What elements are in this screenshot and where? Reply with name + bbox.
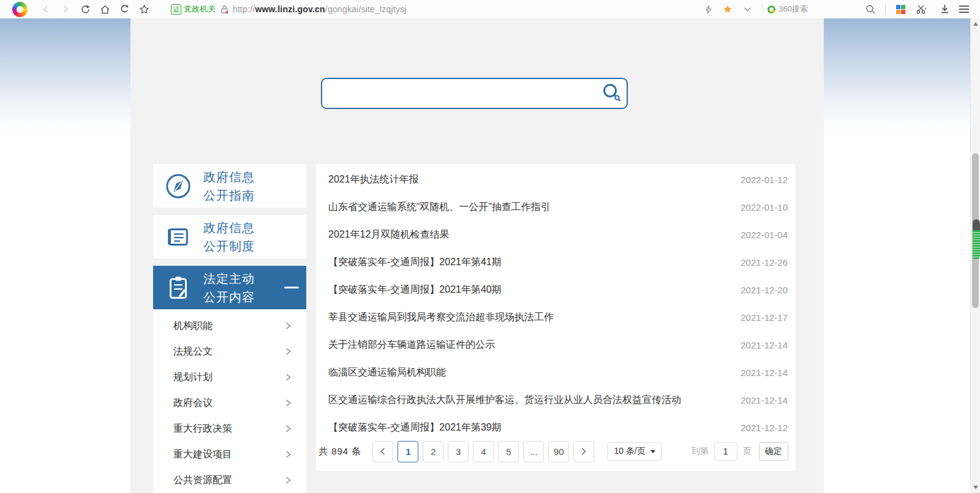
- browser-logo-icon[interactable]: [12, 2, 28, 17]
- article-title[interactable]: 关于注销部分车辆道路运输证件的公示: [328, 339, 728, 352]
- page-number-button[interactable]: 4: [473, 441, 494, 462]
- address-bar[interactable]: 证 党政机关 http://www.linzi.gov.cn/gongkai/s…: [171, 4, 407, 15]
- submenu-item-label: 法规公文: [173, 345, 213, 358]
- article-date: 2022-01-12: [741, 175, 788, 185]
- article-title[interactable]: 【突破落实年-交通周报】2021年第39期: [328, 421, 728, 434]
- site-search-box: [321, 78, 628, 109]
- page-number-button[interactable]: 90: [548, 441, 569, 462]
- article-date: 2021-12-26: [741, 257, 788, 268]
- page-number-button[interactable]: 3: [448, 441, 469, 462]
- article-row[interactable]: 【突破落实年-交通周报】2021年第39期 2021-12-12: [316, 414, 796, 442]
- scrollbar-green-grip[interactable]: [973, 219, 980, 260]
- goto-page-group: 到第 页 确定: [692, 442, 788, 461]
- favorite-star-icon[interactable]: [718, 1, 737, 17]
- article-title[interactable]: 2021年12月双随机检查结果: [328, 228, 728, 241]
- menu-hamburger-icon[interactable]: [954, 1, 974, 17]
- site-search-button[interactable]: [598, 79, 627, 108]
- page-number-button[interactable]: 2: [423, 441, 443, 462]
- article-row[interactable]: 2021年执法统计年报 2022-01-12: [316, 166, 796, 194]
- submenu-item[interactable]: 机构职能: [153, 313, 306, 339]
- chevron-down-icon[interactable]: [737, 1, 757, 17]
- sidebar-card-guide[interactable]: 政府信息 公开指南: [153, 164, 306, 208]
- undo-button[interactable]: [115, 1, 134, 17]
- download-icon[interactable]: [935, 1, 954, 17]
- chevron-right-icon: [285, 374, 292, 381]
- toolbar-divider: [885, 4, 886, 15]
- chevron-right-icon: [581, 448, 587, 455]
- page-number-button[interactable]: 1: [398, 441, 418, 462]
- sidebar-card-label: 政府信息 公开制度: [203, 219, 255, 255]
- toolbar-search-icon[interactable]: [861, 1, 880, 17]
- article-title[interactable]: 【突破落实年-交通周报】2021年第41期: [328, 256, 728, 269]
- article-title[interactable]: 【突破落实年-交通周报】2021年第40期: [328, 284, 728, 296]
- article-title[interactable]: 区交通运输综合行政执法大队开展维护客运、货运行业从业人员合法权益宣传活动: [328, 394, 728, 407]
- page-scrollbar[interactable]: [970, 18, 980, 493]
- screenshot-scissors-icon[interactable]: [910, 1, 935, 17]
- submenu-item[interactable]: 政府会议: [153, 390, 306, 416]
- submenu-item[interactable]: 重大建设项目: [153, 442, 306, 467]
- goto-prefix-label: 到第: [692, 446, 709, 457]
- article-date: 2021-12-14: [741, 367, 788, 378]
- article-row[interactable]: 【突破落实年-交通周报】2021年第41期 2021-12-26: [316, 249, 796, 276]
- article-row[interactable]: 2021年12月双随机检查结果 2022-01-04: [316, 221, 796, 249]
- total-count-label: 共 894 条: [318, 446, 361, 457]
- home-button[interactable]: [95, 1, 115, 17]
- back-button[interactable]: [36, 1, 56, 17]
- pagination-bar: 共 894 条 1: [316, 440, 796, 462]
- toolbar-divider: [762, 4, 763, 15]
- article-row[interactable]: 区交通运输综合行政执法大队开展维护客运、货运行业从业人员合法权益宣传活动 202…: [316, 386, 796, 414]
- submenu-item[interactable]: 规划计划: [153, 364, 306, 390]
- submenu-item-label: 重大行政决策: [173, 423, 232, 435]
- site-search-input[interactable]: [322, 79, 598, 108]
- prev-page-button[interactable]: [372, 441, 393, 462]
- site-category-label: 党政机关: [184, 4, 216, 15]
- article-title[interactable]: 莘县交通运输局到我局考察交流治超非现场执法工作: [328, 311, 728, 324]
- article-row[interactable]: 山东省交通运输系统“双随机、一公开”抽查工作指引 2022-01-10: [316, 194, 796, 221]
- collapse-minus-icon[interactable]: [284, 287, 299, 288]
- sidebar-nav: 政府信息 公开指南 政府: [153, 164, 306, 493]
- scroll-up-arrow-icon[interactable]: [973, 22, 978, 26]
- bookmark-star-button[interactable]: [134, 1, 154, 17]
- sidebar-card-proactive-disclosure[interactable]: 法定主动 公开内容: [153, 266, 306, 309]
- page-size-select[interactable]: 10 条/页: [607, 442, 662, 461]
- search-engine-label: 360搜索: [778, 4, 808, 15]
- article-row[interactable]: 莘县交通运输局到我局考察交流治超非现场执法工作 2021-12-17: [316, 304, 796, 331]
- compass-icon: [164, 172, 192, 200]
- scroll-down-arrow-icon[interactable]: [973, 486, 978, 489]
- article-title[interactable]: 山东省交通运输系统“双随机、一公开”抽查工作指引: [328, 201, 728, 214]
- article-row[interactable]: 临淄区交通运输局机构职能 2021-12-14: [316, 359, 796, 386]
- next-page-button[interactable]: [573, 441, 594, 462]
- article-date: 2021-12-20: [741, 285, 788, 295]
- forward-button[interactable]: [56, 1, 75, 17]
- caret-down-icon: [650, 450, 655, 453]
- goto-confirm-button[interactable]: 确定: [759, 442, 788, 461]
- sidebar-card-rules[interactable]: 政府信息 公开制度: [153, 215, 306, 258]
- page-number-button[interactable]: 5: [498, 441, 519, 462]
- chevron-right-icon: [285, 348, 292, 355]
- chevron-right-icon: [285, 451, 292, 458]
- article-list-panel: 2021年执法统计年报 2022-01-12 山东省交通运输系统“双随机、一公开…: [316, 164, 796, 471]
- submenu-item-label: 重大建设项目: [173, 448, 232, 461]
- article-title[interactable]: 2021年执法统计年报: [328, 173, 728, 186]
- page-number-buttons: 1 2 3 4: [398, 441, 573, 462]
- clipboard-icon: [164, 274, 192, 302]
- goto-page-input[interactable]: [714, 442, 737, 461]
- search-engine-selector[interactable]: 360搜索: [767, 4, 808, 15]
- page-number-button[interactable]: ...: [523, 441, 544, 462]
- webpage-viewport: 政府信息 公开指南 政府: [0, 18, 980, 493]
- refresh-button[interactable]: [75, 1, 95, 17]
- apps-grid-icon[interactable]: [891, 1, 910, 17]
- article-title[interactable]: 临淄区交通运输局机构职能: [328, 366, 728, 379]
- sidebar-submenu: 机构职能 法规公文: [153, 309, 306, 493]
- submenu-item[interactable]: 公共资源配置: [153, 467, 306, 493]
- quick-access-lightning-icon[interactable]: [698, 1, 718, 17]
- submenu-item[interactable]: 重大行政决策: [153, 416, 306, 442]
- article-row[interactable]: 关于注销部分车辆道路运输证件的公示 2021-12-14: [316, 331, 796, 359]
- submenu-item-label: 公共资源配置: [173, 474, 232, 487]
- browser-toolbar: 证 党政机关 http://www.linzi.gov.cn/gongkai/s…: [0, 0, 980, 18]
- submenu-item[interactable]: 法规公文: [153, 339, 306, 364]
- content-column: 政府信息 公开指南 政府: [130, 18, 824, 493]
- article-row[interactable]: 【突破落实年-交通周报】2021年第40期 2021-12-20: [316, 276, 796, 304]
- scrollbar-thumb[interactable]: [972, 153, 979, 308]
- article-date: 2021-12-12: [741, 423, 788, 433]
